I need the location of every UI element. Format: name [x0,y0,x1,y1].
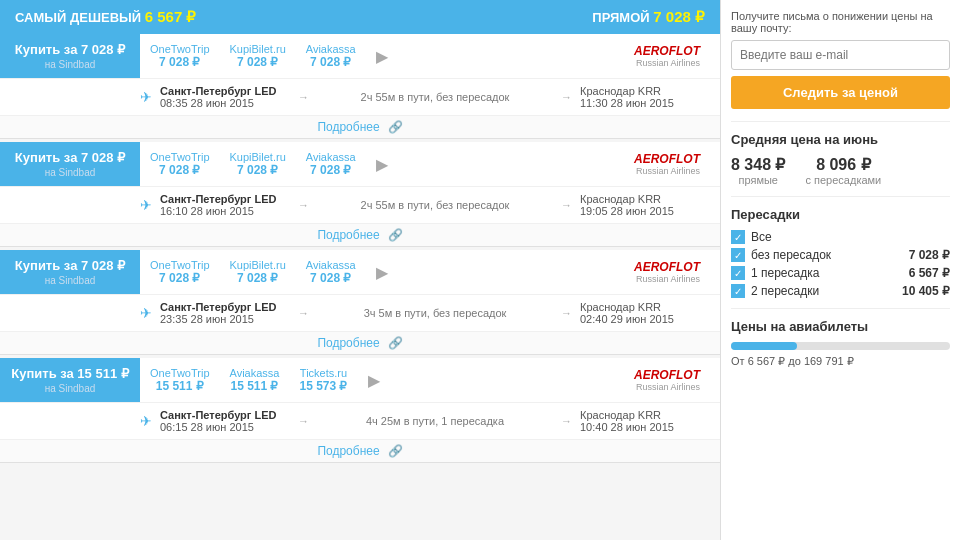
arrow-right-icon: ▶ [376,47,388,66]
details-link[interactable]: Подробнее 🔗 [0,115,720,138]
transfer-item-0[interactable]: ✓ Все [731,230,950,244]
flight-card-2: Купить за 7 028 ₽ на Sindbad OneTwoTrip … [0,250,720,355]
transfer-item-1[interactable]: ✓ без пересадок 7 028 ₽ [731,248,950,262]
flight-card-1: Купить за 7 028 ₽ на Sindbad OneTwoTrip … [0,142,720,247]
buy-via: на Sindbad [45,275,96,286]
price-range-labels: От 6 567 ₽ до 169 791 ₽ [731,355,950,368]
transfer-item-2[interactable]: ✓ 1 пересадка 6 567 ₽ [731,266,950,280]
price-source: Aviakassa 7 028 ₽ [306,43,356,69]
airline-sub: Russian Airlines [636,58,700,68]
airline-name: AEROFLOT [634,152,700,166]
airline-sub: Russian Airlines [636,166,700,176]
buy-button[interactable]: Купить за 15 511 ₽ на Sindbad [0,358,140,402]
price-range-bar [731,342,950,350]
price-source: KupiBilet.ru 7 028 ₽ [230,43,286,69]
route-duration: 2ч 55м в пути, без пересадок [317,91,553,103]
route-from: Санкт-Петербург LED 23:35 28 июн 2015 [160,301,290,325]
buy-price: Купить за 7 028 ₽ [15,42,125,57]
transfer-price: 10 405 ₽ [902,284,950,298]
plane-icon: ✈ [140,305,152,321]
arrow-icon: → [298,307,309,319]
flight-card-top: Купить за 7 028 ₽ на Sindbad OneTwoTrip … [0,142,720,186]
price-source: Aviakassa 7 028 ₽ [306,151,356,177]
transfer-label: Все [751,230,950,244]
arrow-right-icon: ▶ [368,371,380,390]
plane-icon: ✈ [140,197,152,213]
price-source: OneTwoTrip 7 028 ₽ [150,43,210,69]
buy-button[interactable]: Купить за 7 028 ₽ на Sindbad [0,34,140,78]
details-link[interactable]: Подробнее 🔗 [0,331,720,354]
airline-sub: Russian Airlines [636,274,700,284]
flight-route: ✈ Санкт-Петербург LED 23:35 28 июн 2015 … [0,294,720,331]
sidebar: Получите письма о понижении цены на вашу… [720,0,960,540]
checkbox-icon[interactable]: ✓ [731,284,745,298]
prices-row: OneTwoTrip 7 028 ₽ KupiBilet.ru 7 028 ₽ … [140,250,720,294]
route-from: Санкт-Петербург LED 16:10 28 июн 2015 [160,193,290,217]
cheapest-label: САМЫЙ ДЕШЕВЫЙ 6 567 ₽ [15,8,196,26]
flight-route: ✈ Санкт-Петербург LED 08:35 28 июн 2015 … [0,78,720,115]
checkbox-icon[interactable]: ✓ [731,266,745,280]
arrow-right-icon: ▶ [376,263,388,282]
prices-row: OneTwoTrip 7 028 ₽ KupiBilet.ru 7 028 ₽ … [140,34,720,78]
avg-price-title: Средняя цена на июнь [731,132,950,147]
route-from: Санкт-Петербург LED 08:35 28 июн 2015 [160,85,290,109]
route-to: Краснодар KRR 10:40 28 июн 2015 [580,409,710,433]
main-content: САМЫЙ ДЕШЕВЫЙ 6 567 ₽ ПРЯМОЙ 7 028 ₽ Куп… [0,0,720,540]
transfer-label: 2 пересадки [751,284,902,298]
arrow-icon-2: → [561,199,572,211]
flight-card-0: Купить за 7 028 ₽ на Sindbad OneTwoTrip … [0,34,720,139]
email-prompt: Получите письма о понижении цены на вашу… [731,10,950,34]
direct-label: ПРЯМОЙ 7 028 ₽ [592,8,705,26]
route-to: Краснодар KRR 02:40 29 июн 2015 [580,301,710,325]
price-source: KupiBilet.ru 7 028 ₽ [230,151,286,177]
arrow-icon: → [298,415,309,427]
flight-card-top: Купить за 7 028 ₽ на Sindbad OneTwoTrip … [0,34,720,78]
airline-name: AEROFLOT [634,260,700,274]
prices-row: OneTwoTrip 15 511 ₽ Aviakassa 15 511 ₽ T… [140,358,720,402]
price-source: OneTwoTrip 7 028 ₽ [150,151,210,177]
flight-route: ✈ Санкт-Петербург LED 16:10 28 июн 2015 … [0,186,720,223]
arrow-icon-2: → [561,91,572,103]
price-source: KupiBilet.ru 7 028 ₽ [230,259,286,285]
header-bar: САМЫЙ ДЕШЕВЫЙ 6 567 ₽ ПРЯМОЙ 7 028 ₽ [0,0,720,34]
route-to: Краснодар KRR 19:05 28 июн 2015 [580,193,710,217]
avg-price-direct: 8 348 ₽ прямые [731,155,785,186]
route-duration: 3ч 5м в пути, без пересадок [317,307,553,319]
buy-price: Купить за 15 511 ₽ [11,366,128,381]
checkbox-icon[interactable]: ✓ [731,230,745,244]
arrow-icon: → [298,91,309,103]
transfer-price: 7 028 ₽ [909,248,950,262]
price-source: OneTwoTrip 15 511 ₽ [150,367,210,393]
buy-price: Купить за 7 028 ₽ [15,150,125,165]
checkbox-icon[interactable]: ✓ [731,248,745,262]
details-link[interactable]: Подробнее 🔗 [0,223,720,246]
divider-1 [731,121,950,122]
transfers-list: ✓ Все ✓ без пересадок 7 028 ₽ ✓ 1 переса… [731,230,950,298]
plane-icon: ✈ [140,413,152,429]
email-input[interactable] [731,40,950,70]
track-price-button[interactable]: Следить за ценой [731,76,950,109]
buy-via: на Sindbad [45,59,96,70]
transfers-section: Пересадки ✓ Все ✓ без пересадок 7 028 ₽ … [731,207,950,298]
plane-icon: ✈ [140,89,152,105]
airline-logo: AEROFLOT Russian Airlines [634,152,710,176]
arrow-icon-2: → [561,415,572,427]
price-source: Aviakassa 15 511 ₽ [230,367,280,393]
route-from: Санкт-Петербург LED 06:15 28 июн 2015 [160,409,290,433]
transfer-item-3[interactable]: ✓ 2 пересадки 10 405 ₽ [731,284,950,298]
price-range-fill [731,342,797,350]
route-duration: 4ч 25м в пути, 1 пересадка [317,415,553,427]
buy-button[interactable]: Купить за 7 028 ₽ на Sindbad [0,250,140,294]
arrow-right-icon: ▶ [376,155,388,174]
buy-button[interactable]: Купить за 7 028 ₽ на Sindbad [0,142,140,186]
arrow-icon: → [298,199,309,211]
flight-card-3: Купить за 15 511 ₽ на Sindbad OneTwoTrip… [0,358,720,463]
prices-row: OneTwoTrip 7 028 ₽ KupiBilet.ru 7 028 ₽ … [140,142,720,186]
details-link[interactable]: Подробнее 🔗 [0,439,720,462]
price-range-title: Цены на авиабилеты [731,319,950,334]
arrow-icon-2: → [561,307,572,319]
flight-list: Купить за 7 028 ₽ на Sindbad OneTwoTrip … [0,34,720,463]
price-source: Tickets.ru 15 573 ₽ [299,367,347,393]
airline-logo: AEROFLOT Russian Airlines [634,44,710,68]
flight-card-top: Купить за 15 511 ₽ на Sindbad OneTwoTrip… [0,358,720,402]
